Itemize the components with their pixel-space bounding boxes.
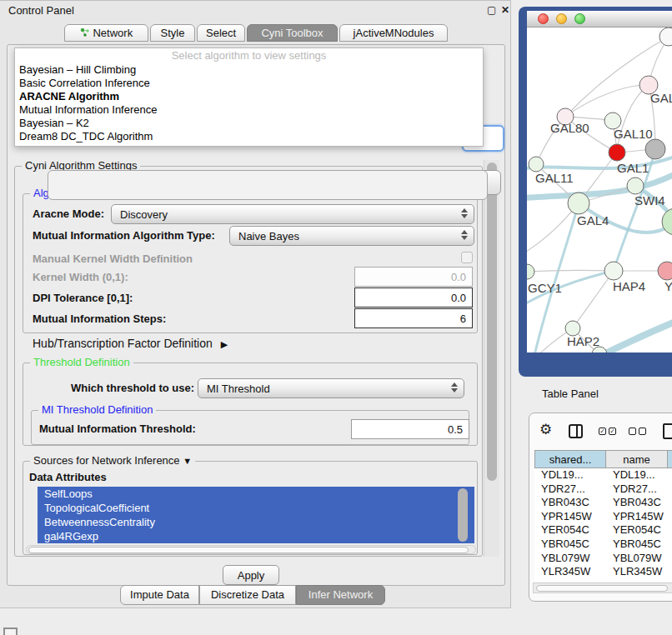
- file-icon[interactable]: [663, 423, 672, 439]
- hidden-combo[interactable]: [48, 170, 488, 200]
- network-canvas[interactable]: GALGAL80GAL10GAL1GAL11SWI4GAL4GCY1HAP4YH…: [527, 28, 672, 352]
- attribute-list-item[interactable]: gal4RGexp: [38, 529, 474, 543]
- kernel-width-input[interactable]: 0.0: [354, 267, 473, 287]
- network-edge[interactable]: [527, 270, 614, 272]
- select-all-icon[interactable]: ✓: [599, 428, 606, 435]
- select-all-icon2[interactable]: ✓: [609, 428, 616, 435]
- table-row[interactable]: YBL079WYBL079W: [534, 552, 672, 566]
- network-window-titlebar[interactable]: [527, 11, 672, 28]
- gear-icon[interactable]: ⚙: [539, 421, 552, 438]
- table-row[interactable]: YBR045CYBR045C9.: [534, 538, 672, 552]
- table-cell: YPR145W: [606, 510, 668, 524]
- mi-type-label: Mutual Information Algorithm Type:: [33, 229, 215, 242]
- table-cell: YIL052C: [534, 579, 606, 582]
- close-window-icon[interactable]: ✕: [501, 4, 509, 16]
- hub-expander[interactable]: Hub/Transcription Factor Definition ▶: [33, 337, 228, 350]
- algorithm-option[interactable]: Mutual Information Inference: [15, 103, 483, 117]
- table-row[interactable]: YER054CYER054C8.: [534, 523, 672, 538]
- network-node[interactable]: [645, 139, 665, 159]
- control-panel-title: Control Panel: [8, 4, 74, 17]
- threshold-definition-title: Threshold Definition: [30, 356, 133, 368]
- algorithm-popup-hint: Select algorithm to view settings: [15, 48, 483, 63]
- algorithm-option[interactable]: Basic Correlation Inference: [15, 77, 483, 90]
- minimize-traffic-light[interactable]: [556, 13, 567, 24]
- network-edge[interactable]: [617, 85, 649, 152]
- attribute-list-item[interactable]: SelfLoops: [38, 487, 474, 501]
- network-node-label: HAP4: [613, 279, 645, 293]
- float-window-icon[interactable]: ▢: [487, 4, 496, 16]
- deselect-all-icon[interactable]: [629, 428, 636, 435]
- table-body[interactable]: YDL19...YDL19...13YDR27...YDR27...12YBR0…: [534, 468, 672, 582]
- network-node-label: GAL10: [614, 127, 653, 141]
- table-cell: YER054C: [606, 523, 668, 538]
- table-cell: [668, 552, 672, 566]
- which-threshold-select[interactable]: MI Threshold: [198, 378, 464, 398]
- table-row[interactable]: YIL052CYIL052C9: [534, 579, 672, 582]
- mi-threshold-definition-title: MI Threshold Definition: [38, 403, 156, 416]
- apply-button[interactable]: Apply: [223, 565, 279, 585]
- column-header-partial[interactable]: [668, 450, 672, 468]
- network-node-label: GAL4: [577, 213, 609, 228]
- table-cell: YBR043C: [534, 496, 606, 510]
- network-edge[interactable]: [594, 316, 672, 352]
- control-panel-window: Control Panel ▢ ✕ Network Style Select C…: [0, 0, 511, 608]
- manual-kernel-checkbox[interactable]: [461, 252, 473, 263]
- mi-threshold-input[interactable]: 0.5: [351, 419, 469, 439]
- column-header-shared[interactable]: shared...: [534, 450, 606, 468]
- network-edge[interactable]: [565, 85, 649, 117]
- network-node[interactable]: [568, 192, 589, 214]
- dpi-tolerance-input[interactable]: 0.0: [354, 288, 473, 308]
- algorithm-option[interactable]: ARACNE Algorithm: [15, 90, 483, 103]
- table-row[interactable]: YDR27...YDR27...12: [534, 482, 672, 497]
- tab-discretize-data[interactable]: Discretize Data: [199, 585, 296, 605]
- network-icon: [80, 28, 90, 38]
- attributes-vscrollbar[interactable]: [458, 488, 468, 542]
- table-cell: YBL079W: [534, 552, 606, 566]
- network-node[interactable]: [658, 262, 672, 280]
- table-cell: 8.: [668, 523, 672, 538]
- close-traffic-light[interactable]: [538, 13, 549, 24]
- attributes-hscrollbar[interactable]: [26, 545, 476, 554]
- network-node[interactable]: [659, 28, 672, 46]
- floating-chip[interactable]: [3, 628, 18, 635]
- mi-threshold-label: Mutual Information Threshold:: [39, 422, 196, 435]
- table-row[interactable]: YBR043CYBR043C: [534, 496, 672, 510]
- mi-steps-input[interactable]: 6: [354, 308, 473, 328]
- tab-select[interactable]: Select: [197, 24, 245, 42]
- attribute-list-item[interactable]: TopologicalCoefficient: [38, 501, 474, 515]
- table-cell: 9.: [668, 538, 672, 552]
- table-row[interactable]: YDL19...YDL19...13: [534, 468, 672, 482]
- network-node[interactable]: [527, 264, 534, 279]
- zoom-traffic-light[interactable]: [574, 13, 585, 24]
- aracne-mode-label: Aracne Mode:: [33, 208, 104, 220]
- mi-algorithm-type-select[interactable]: Naive Bayes: [229, 226, 474, 246]
- algorithm-option[interactable]: Bayesian – Hill Climbing: [15, 63, 483, 77]
- panel-vscrollbar[interactable]: [484, 160, 499, 557]
- tab-style[interactable]: Style: [150, 24, 195, 42]
- algorithm-option[interactable]: Bayesian – K2: [15, 117, 483, 130]
- network-node[interactable]: [529, 157, 544, 172]
- network-node[interactable]: [604, 262, 623, 280]
- tab-network[interactable]: Network: [64, 24, 148, 42]
- column-header-name[interactable]: name: [606, 450, 668, 468]
- network-node[interactable]: [609, 144, 625, 161]
- aracne-mode-select[interactable]: Discovery: [111, 204, 474, 224]
- sources-title[interactable]: Sources for Network Inference ▼: [30, 454, 195, 467]
- deselect-all-icon2[interactable]: [639, 428, 646, 435]
- attribute-list-item[interactable]: BetweennessCentrality: [38, 515, 474, 529]
- algorithm-option[interactable]: Dream8 DC_TDC Algorithm: [15, 130, 483, 143]
- table-cell: 9.: [668, 565, 672, 579]
- tab-impute-data[interactable]: Impute Data: [120, 585, 199, 605]
- network-node-label: SWI4: [634, 193, 665, 208]
- tab-infer-network[interactable]: Infer Network: [296, 585, 385, 605]
- data-attributes-list[interactable]: SelfLoopsTopologicalCoefficientBetweenne…: [38, 487, 474, 543]
- tab-cyni-toolbox[interactable]: Cyni Toolbox: [247, 24, 338, 42]
- network-node[interactable]: [627, 178, 644, 194]
- table-row[interactable]: YPR145WYPR145W9.: [534, 510, 672, 524]
- tab-network-label: Network: [93, 27, 133, 39]
- split-columns-icon[interactable]: [569, 424, 583, 438]
- manual-kernel-label: Manual Kernel Width Definition: [33, 252, 193, 265]
- table-row[interactable]: YLR345WYLR345W9.: [534, 565, 672, 579]
- table-hscrollbar[interactable]: [533, 582, 672, 593]
- tab-jactivemnodules[interactable]: jActiveMNodules: [339, 24, 448, 42]
